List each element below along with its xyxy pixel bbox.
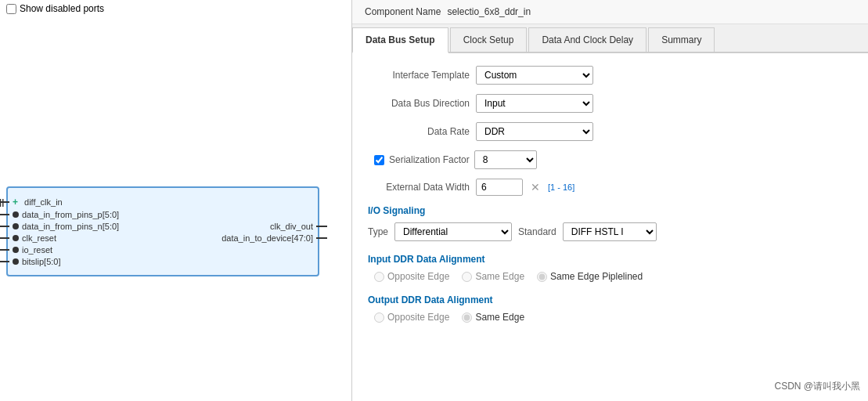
output-opposite-edge-label: Opposite Edge [387,312,449,323]
output-same-edge-radio[interactable] [462,312,472,323]
input-same-edge-radio[interactable] [462,272,472,282]
port-label-data-p: data_in_from_pins_p[5:0] [22,210,119,219]
port-line-left-2 [0,214,9,215]
interface-template-label: Interface Template [368,70,470,81]
port-io-reset: io_reset [13,245,313,255]
component-name-row: Component Name selectio_6x8_ddr_in [352,0,868,24]
serialization-factor-label: Serialization Factor [389,154,470,165]
input-opposite-edge-radio[interactable] [374,272,384,282]
external-data-width-row: External Data Width ✕ [1 - 16] [368,179,852,196]
data-rate-label: Data Rate [368,126,470,137]
port-dot-3 [13,235,19,241]
output-ddr-title: Output DDR Data Alignment [368,294,852,305]
port-label-clk-reset: clk_reset [22,233,56,243]
tabs-bar: Data Bus Setup Clock Setup Data And Cloc… [352,24,868,53]
component-name-label: Component Name [365,6,441,17]
port-label-data-device: data_in_to_device[47:0] [222,233,313,243]
component-name-value: selectio_6x8_ddr_in [447,6,531,17]
right-panel: Component Name selectio_6x8_ddr_in Data … [352,0,868,401]
port-line-left-6 [0,261,9,262]
port-label-diff-clk: diff_clk_in [24,197,63,207]
port-label-data-n: data_in_from_pins_n[5:0] [22,222,119,231]
tab-clock-setup[interactable]: Clock Setup [450,27,528,52]
tab-data-bus-setup[interactable]: Data Bus Setup [352,27,448,53]
port-data-p: data_in_from_pins_p[5:0] [13,210,313,219]
io-signaling-title: I/O Signaling [368,205,852,216]
input-same-edge-pipelined-label: Same Edge Piplelined [550,271,643,282]
serialization-factor-select[interactable]: 2 4 6 8 10 [474,150,537,169]
port-line-left-3 [0,226,9,227]
port-label-bitslip: bitslip[5:0] [22,257,61,266]
type-select[interactable]: Differential Single-Ended [394,222,512,241]
output-alignment-radio-group: Opposite Edge Same Edge [374,312,852,323]
port-dot-2 [13,223,19,229]
data-bus-direction-select[interactable]: Input Output Bidir [476,94,593,113]
type-label: Type [368,226,388,237]
input-same-edge-pipelined-item: Same Edge Piplelined [537,271,643,282]
output-same-edge-label: Same Edge [475,312,524,323]
external-data-width-input[interactable] [476,179,523,196]
interface-template-select[interactable]: Custom LVDS HSTL [476,66,593,85]
output-same-edge-item: Same Edge [462,312,524,323]
port-diff-clk: ||| + diff_clk_in [13,197,313,208]
input-opposite-edge-item: Opposite Edge [374,271,449,282]
tab-summary[interactable]: Summary [648,27,715,52]
input-alignment-radio-group: Opposite Edge Same Edge Same Edge Piplel… [374,271,852,282]
standard-select[interactable]: DIFF HSTL I LVDS [563,222,657,241]
input-ddr-title: Input DDR Data Alignment [368,254,852,265]
standard-label: Standard [518,226,556,237]
port-dot-4 [13,247,19,253]
port-data-n: data_in_from_pins_n[5:0] clk_div_out [13,222,313,231]
data-rate-select[interactable]: DDR SDR [476,122,593,141]
serialization-factor-checkbox[interactable] [374,155,384,165]
io-signaling-row: Type Differential Single-Ended Standard … [368,222,852,241]
port-dot-5 [13,258,19,265]
output-opposite-edge-radio[interactable] [374,312,384,323]
port-bitslip: bitslip[5:0] [13,257,313,266]
data-rate-row: Data Rate DDR SDR [368,122,852,141]
interface-template-row: Interface Template Custom LVDS HSTL [368,66,852,85]
data-bus-direction-label: Data Bus Direction [368,98,470,109]
io-signaling-section: I/O Signaling Type Differential Single-E… [368,205,852,241]
port-dot-1 [13,211,19,218]
watermark: CSDN @请叫我小黑 [774,380,860,393]
port-line-right-2 [316,237,327,239]
external-data-width-clear-button[interactable]: ✕ [529,181,542,193]
port-label-io-reset: io_reset [22,245,52,255]
input-same-edge-pipelined-radio[interactable] [537,272,547,282]
tab-data-clock-delay[interactable]: Data And Clock Delay [528,27,646,52]
input-opposite-edge-label: Opposite Edge [387,271,449,282]
external-data-width-label: External Data Width [368,182,470,193]
input-same-edge-label: Same Edge [475,271,524,282]
output-ddr-alignment-section: Output DDR Data Alignment Opposite Edge … [368,294,852,323]
output-opposite-edge-item: Opposite Edge [374,312,449,323]
left-panel: Show disabled ports ||| + diff_clk_in da… [0,0,352,401]
serialization-factor-row: Serialization Factor 2 4 6 8 10 [374,150,852,169]
port-clk-reset: clk_reset data_in_to_device[47:0] [13,233,313,243]
external-data-width-range: [1 - 16] [548,182,574,192]
data-bus-direction-row: Data Bus Direction Input Output Bidir [368,94,852,113]
plus-icon: + [13,197,18,208]
component-box: ||| + diff_clk_in data_in_from_pins_p[5:… [6,186,319,276]
port-label-clk-div-out: clk_div_out [270,222,313,231]
input-same-edge-item: Same Edge [462,271,524,282]
show-disabled-row: Show disabled ports [6,3,345,14]
port-line-left-5 [0,249,9,251]
show-disabled-checkbox[interactable] [6,4,16,14]
input-ddr-alignment-section: Input DDR Data Alignment Opposite Edge S… [368,254,852,282]
form-content: Interface Template Custom LVDS HSTL Data… [352,53,868,348]
port-line-left-4 [0,237,9,239]
show-disabled-label: Show disabled ports [20,3,104,14]
port-line-right-1 [316,226,327,227]
